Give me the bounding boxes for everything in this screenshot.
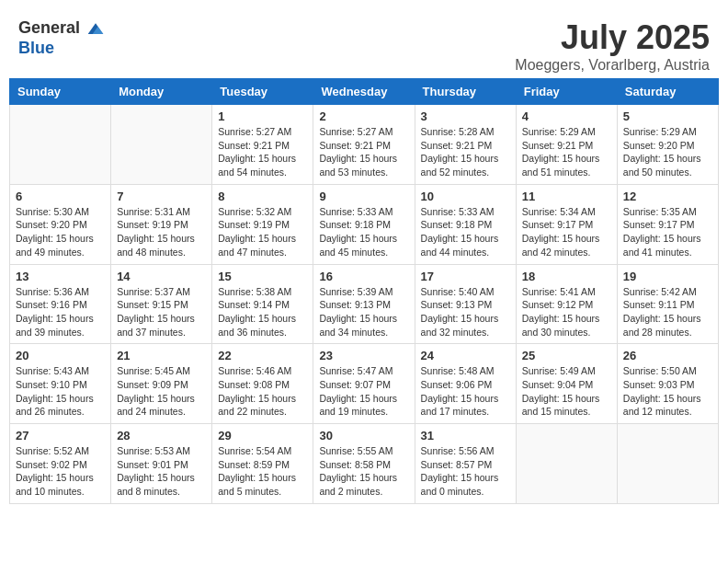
day-cell: 24Sunrise: 5:48 AM Sunset: 9:06 PM Dayli…	[415, 344, 516, 424]
day-info: Sunrise: 5:33 AM Sunset: 9:18 PM Dayligh…	[319, 205, 408, 259]
day-info: Sunrise: 5:38 AM Sunset: 9:14 PM Dayligh…	[218, 285, 307, 339]
col-sunday: Sunday	[10, 79, 111, 105]
day-info: Sunrise: 5:40 AM Sunset: 9:13 PM Dayligh…	[421, 285, 510, 339]
day-number: 15	[218, 270, 307, 283]
day-number: 11	[522, 190, 611, 203]
day-number: 16	[319, 270, 408, 283]
title-block: July 2025 Moeggers, Vorarlberg, Austria	[515, 18, 710, 74]
day-number: 23	[319, 349, 408, 362]
day-cell: 26Sunrise: 5:50 AM Sunset: 9:03 PM Dayli…	[617, 344, 718, 424]
day-cell: 19Sunrise: 5:42 AM Sunset: 9:11 PM Dayli…	[617, 264, 718, 344]
day-number: 12	[623, 190, 712, 203]
day-number: 9	[319, 190, 408, 203]
day-cell	[516, 424, 617, 504]
day-cell: 13Sunrise: 5:36 AM Sunset: 9:16 PM Dayli…	[10, 264, 111, 344]
location-subtitle: Moeggers, Vorarlberg, Austria	[515, 57, 710, 74]
day-info: Sunrise: 5:29 AM Sunset: 9:20 PM Dayligh…	[623, 125, 712, 179]
day-number: 10	[421, 190, 510, 203]
day-cell	[617, 424, 718, 504]
day-info: Sunrise: 5:52 AM Sunset: 9:02 PM Dayligh…	[16, 444, 105, 499]
day-number: 5	[623, 109, 712, 123]
day-number: 13	[16, 270, 105, 283]
day-info: Sunrise: 5:33 AM Sunset: 9:18 PM Dayligh…	[421, 205, 510, 259]
day-info: Sunrise: 5:32 AM Sunset: 9:19 PM Dayligh…	[218, 205, 307, 259]
day-number: 17	[421, 270, 510, 283]
day-info: Sunrise: 5:39 AM Sunset: 9:13 PM Dayligh…	[319, 285, 408, 339]
week-row-1: 1Sunrise: 5:27 AM Sunset: 9:21 PM Daylig…	[10, 105, 719, 185]
week-row-4: 20Sunrise: 5:43 AM Sunset: 9:10 PM Dayli…	[10, 344, 719, 424]
logo-text: General Blue	[18, 18, 105, 58]
day-number: 20	[16, 349, 105, 362]
day-info: Sunrise: 5:27 AM Sunset: 9:21 PM Dayligh…	[319, 125, 408, 179]
day-number: 7	[117, 190, 206, 203]
day-number: 24	[421, 349, 510, 362]
day-number: 21	[117, 349, 206, 362]
day-cell: 18Sunrise: 5:41 AM Sunset: 9:12 PM Dayli…	[516, 264, 617, 344]
day-info: Sunrise: 5:48 AM Sunset: 9:06 PM Dayligh…	[421, 364, 510, 419]
day-number: 4	[522, 109, 611, 123]
day-info: Sunrise: 5:43 AM Sunset: 9:10 PM Dayligh…	[16, 364, 105, 419]
day-cell: 17Sunrise: 5:40 AM Sunset: 9:13 PM Dayli…	[415, 264, 516, 344]
day-cell: 7Sunrise: 5:31 AM Sunset: 9:19 PM Daylig…	[111, 184, 212, 264]
header-row: Sunday Monday Tuesday Wednesday Thursday…	[10, 79, 719, 105]
day-info: Sunrise: 5:53 AM Sunset: 9:01 PM Dayligh…	[117, 444, 206, 499]
day-info: Sunrise: 5:37 AM Sunset: 9:15 PM Dayligh…	[117, 285, 206, 339]
day-number: 3	[421, 109, 510, 123]
day-number: 18	[522, 270, 611, 283]
day-info: Sunrise: 5:36 AM Sunset: 9:16 PM Dayligh…	[16, 285, 105, 339]
day-number: 26	[623, 349, 712, 362]
day-number: 31	[421, 429, 510, 442]
day-info: Sunrise: 5:27 AM Sunset: 9:21 PM Dayligh…	[218, 125, 307, 179]
day-cell: 23Sunrise: 5:47 AM Sunset: 9:07 PM Dayli…	[313, 344, 415, 424]
day-cell: 29Sunrise: 5:54 AM Sunset: 8:59 PM Dayli…	[212, 424, 313, 504]
day-number: 28	[117, 429, 206, 442]
day-cell: 31Sunrise: 5:56 AM Sunset: 8:57 PM Dayli…	[415, 424, 516, 504]
day-cell: 21Sunrise: 5:45 AM Sunset: 9:09 PM Dayli…	[111, 344, 212, 424]
col-tuesday: Tuesday	[212, 79, 313, 105]
day-info: Sunrise: 5:30 AM Sunset: 9:20 PM Dayligh…	[16, 205, 105, 259]
calendar-table: Sunday Monday Tuesday Wednesday Thursday…	[9, 78, 719, 504]
day-info: Sunrise: 5:54 AM Sunset: 8:59 PM Dayligh…	[218, 444, 307, 499]
day-cell: 4Sunrise: 5:29 AM Sunset: 9:21 PM Daylig…	[516, 105, 617, 185]
col-friday: Friday	[516, 79, 617, 105]
day-info: Sunrise: 5:29 AM Sunset: 9:21 PM Dayligh…	[522, 125, 611, 179]
day-cell: 12Sunrise: 5:35 AM Sunset: 9:17 PM Dayli…	[617, 184, 718, 264]
day-cell: 9Sunrise: 5:33 AM Sunset: 9:18 PM Daylig…	[313, 184, 415, 264]
day-info: Sunrise: 5:49 AM Sunset: 9:04 PM Dayligh…	[522, 364, 611, 419]
day-number: 8	[218, 190, 307, 203]
day-info: Sunrise: 5:46 AM Sunset: 9:08 PM Dayligh…	[218, 364, 307, 419]
page-header: General Blue July 2025 Moeggers, Vorarlb…	[9, 9, 719, 78]
day-info: Sunrise: 5:56 AM Sunset: 8:57 PM Dayligh…	[421, 444, 510, 499]
day-info: Sunrise: 5:55 AM Sunset: 8:58 PM Dayligh…	[319, 444, 408, 499]
week-row-5: 27Sunrise: 5:52 AM Sunset: 9:02 PM Dayli…	[10, 424, 719, 504]
day-cell: 22Sunrise: 5:46 AM Sunset: 9:08 PM Dayli…	[212, 344, 313, 424]
day-info: Sunrise: 5:31 AM Sunset: 9:19 PM Dayligh…	[117, 205, 206, 259]
day-cell	[10, 105, 111, 185]
day-number: 29	[218, 429, 307, 442]
month-year-title: July 2025	[515, 18, 710, 57]
day-cell: 28Sunrise: 5:53 AM Sunset: 9:01 PM Dayli…	[111, 424, 212, 504]
day-cell: 27Sunrise: 5:52 AM Sunset: 9:02 PM Dayli…	[10, 424, 111, 504]
day-info: Sunrise: 5:47 AM Sunset: 9:07 PM Dayligh…	[319, 364, 408, 419]
col-wednesday: Wednesday	[313, 79, 415, 105]
logo-icon	[86, 20, 105, 39]
day-number: 19	[623, 270, 712, 283]
col-saturday: Saturday	[617, 79, 718, 105]
day-cell: 8Sunrise: 5:32 AM Sunset: 9:19 PM Daylig…	[212, 184, 313, 264]
day-number: 30	[319, 429, 408, 442]
week-row-2: 6Sunrise: 5:30 AM Sunset: 9:20 PM Daylig…	[10, 184, 719, 264]
day-cell: 11Sunrise: 5:34 AM Sunset: 9:17 PM Dayli…	[516, 184, 617, 264]
day-info: Sunrise: 5:35 AM Sunset: 9:17 PM Dayligh…	[623, 205, 712, 259]
day-cell: 3Sunrise: 5:28 AM Sunset: 9:21 PM Daylig…	[415, 105, 516, 185]
week-row-3: 13Sunrise: 5:36 AM Sunset: 9:16 PM Dayli…	[10, 264, 719, 344]
day-cell: 16Sunrise: 5:39 AM Sunset: 9:13 PM Dayli…	[313, 264, 415, 344]
day-cell: 6Sunrise: 5:30 AM Sunset: 9:20 PM Daylig…	[10, 184, 111, 264]
day-cell: 15Sunrise: 5:38 AM Sunset: 9:14 PM Dayli…	[212, 264, 313, 344]
day-cell	[111, 105, 212, 185]
day-info: Sunrise: 5:45 AM Sunset: 9:09 PM Dayligh…	[117, 364, 206, 419]
day-cell: 2Sunrise: 5:27 AM Sunset: 9:21 PM Daylig…	[313, 105, 415, 185]
day-cell: 30Sunrise: 5:55 AM Sunset: 8:58 PM Dayli…	[313, 424, 415, 504]
day-info: Sunrise: 5:42 AM Sunset: 9:11 PM Dayligh…	[623, 285, 712, 339]
day-info: Sunrise: 5:34 AM Sunset: 9:17 PM Dayligh…	[522, 205, 611, 259]
day-info: Sunrise: 5:50 AM Sunset: 9:03 PM Dayligh…	[623, 364, 712, 419]
